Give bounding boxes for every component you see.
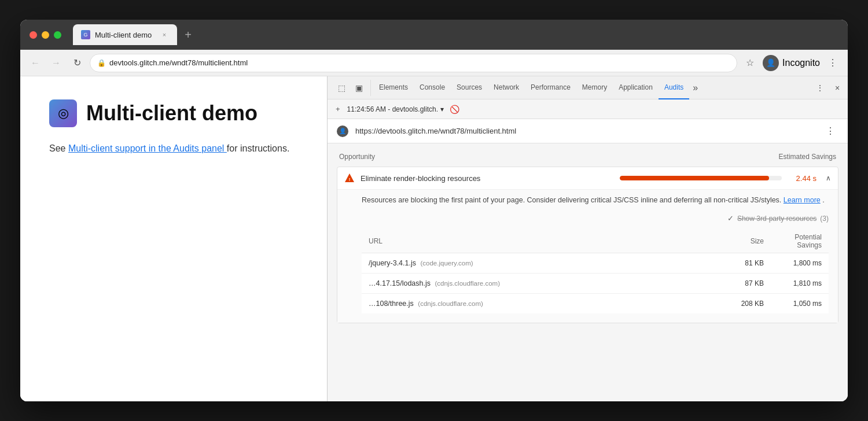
resources-table: URL Size PotentialSavings /jquery-3.4.1.… [362, 230, 829, 313]
tab-network[interactable]: Network [488, 76, 525, 99]
description-suffix: for instructions. [227, 143, 289, 153]
tab-application[interactable]: Application [613, 76, 659, 99]
incognito-icon: 👤 [763, 55, 779, 71]
table-row: …108/three.js (cdnjs.cloudflare.com) 208… [362, 294, 829, 313]
checkbox-icon: ✓ [727, 214, 734, 223]
url-text: devtools.glitch.me/wndt78/multiclient.ht… [109, 58, 248, 67]
resource-url-cell: …4.17.15/lodash.js (cdnjs.cloudflare.com… [369, 279, 718, 287]
address-right-controls: ☆ 👤 Incognito ⋮ [742, 55, 841, 71]
audits-url-bar: 👤 https://devtools.glitch.me/wndt78/mult… [328, 119, 848, 143]
new-tab-button[interactable]: + [179, 26, 197, 43]
traffic-lights [30, 31, 61, 39]
resource-url-main: …108/three.js [369, 300, 414, 308]
tab-title: Multi-client demo [95, 31, 152, 39]
tab-elements[interactable]: Elements [373, 76, 414, 99]
resource-url-main: …4.17.15/lodash.js [369, 279, 431, 287]
incognito-label: Incognito [782, 58, 820, 68]
resource-savings: 1,800 ms [764, 259, 822, 267]
tab-sources[interactable]: Sources [451, 76, 488, 99]
page-content: ◎ Multi-client demo See Multi-client sup… [20, 76, 327, 401]
url-column-header: URL [369, 237, 718, 245]
learn-more-link[interactable]: Learn more [784, 196, 821, 204]
address-bar: ← → ↻ 🔒 devtools.glitch.me/wndt78/multic… [20, 50, 848, 76]
tab-bar: G Multi-client demo × + [73, 24, 838, 45]
device-toggle-button[interactable]: ▣ [351, 80, 367, 96]
tab-console[interactable]: Console [414, 76, 451, 99]
maximize-traffic-light[interactable] [54, 31, 61, 39]
audit-item-content: Resources are blocking the first paint o… [337, 189, 838, 323]
forward-button[interactable]: → [48, 55, 64, 71]
table-row: /jquery-3.4.1.js (code.jquery.com) 81 KB… [362, 253, 829, 274]
resource-url-cell: …108/three.js (cdnjs.cloudflare.com) [369, 300, 718, 308]
opportunity-label: Opportunity [339, 153, 375, 161]
tab-memory[interactable]: Memory [576, 76, 613, 99]
show-3rd-party-label[interactable]: Show 3rd-party resources [737, 215, 816, 223]
resource-url-main: /jquery-3.4.1.js [369, 259, 416, 267]
tab-audits[interactable]: Audits [659, 76, 689, 99]
resource-size: 87 KB [718, 279, 764, 287]
resource-size: 208 KB [718, 300, 764, 308]
add-audit-button[interactable]: + [332, 102, 344, 116]
audits-more-button[interactable]: ⋮ [822, 123, 838, 139]
main-content: ◎ Multi-client demo See Multi-client sup… [20, 76, 848, 401]
resources-table-header: URL Size PotentialSavings [362, 230, 829, 253]
bookmark-button[interactable]: ☆ [742, 55, 758, 71]
audit-title: Eliminate render-blocking resources [361, 174, 614, 183]
devtools-more-button[interactable]: ⋮ [812, 80, 828, 96]
audits-panel-link[interactable]: Multi-client support in the Audits panel [68, 143, 227, 153]
lock-icon: 🔒 [97, 59, 106, 67]
browser-window: G Multi-client demo × + ← → ↻ 🔒 devtools… [20, 20, 848, 401]
table-row: …4.17.15/lodash.js (cdnjs.cloudflare.com… [362, 274, 829, 294]
audits-url-actions: ⋮ [822, 123, 838, 139]
devtools-close-button[interactable]: × [829, 80, 845, 96]
reload-button[interactable]: ↻ [69, 55, 85, 71]
size-column-header: Size [718, 237, 764, 245]
toolbar-dropdown[interactable]: ▾ [440, 105, 444, 113]
audit-chevron-icon: ∧ [826, 174, 831, 182]
page-logo: ◎ [49, 99, 77, 127]
audit-bar-container [620, 176, 782, 180]
tab-favicon: G [81, 30, 90, 39]
resource-url-domain: (cdnjs.cloudflare.com) [418, 300, 483, 307]
block-button[interactable]: 🚫 [447, 102, 461, 116]
page-description: See Multi-client support in the Audits p… [49, 141, 298, 156]
devtools-tab-actions: ⋮ × [812, 80, 845, 96]
title-bar: G Multi-client demo × + [20, 20, 848, 50]
audit-bar-fill [620, 176, 769, 180]
tab-overflow-button[interactable]: » [689, 76, 701, 99]
page-title: Multi-client demo [86, 101, 258, 125]
resource-size: 81 KB [718, 259, 764, 267]
resource-url-domain: (cdnjs.cloudflare.com) [435, 280, 500, 287]
tab-close-button[interactable]: × [160, 30, 169, 39]
url-bar[interactable]: 🔒 devtools.glitch.me/wndt78/multiclient.… [90, 54, 737, 72]
svg-text:!: ! [349, 177, 351, 182]
close-traffic-light[interactable] [30, 31, 37, 39]
show-3rd-party-toggle: ✓ Show 3rd-party resources (3) [362, 214, 829, 223]
toolbar-url-area: 11:24:56 AM - devtools.glitch. ▾ [347, 105, 444, 113]
browser-menu-button[interactable]: ⋮ [825, 55, 841, 71]
cursor-tool-button[interactable]: ⬚ [333, 80, 350, 96]
audits-url-text: https://devtools.glitch.me/wndt78/multic… [355, 127, 815, 135]
devtools-panel: ⬚ ▣ Elements Console Sources Network Per… [327, 76, 848, 401]
description-prefix: See [49, 143, 68, 153]
audits-results: Opportunity Estimated Savings ! Eliminat… [328, 143, 848, 401]
audit-item-header[interactable]: ! Eliminate render-blocking resources 2.… [337, 167, 838, 189]
opportunity-header: Opportunity Estimated Savings [337, 153, 838, 161]
audit-description: Resources are blocking the first paint o… [362, 194, 829, 206]
tab-performance[interactable]: Performance [525, 76, 576, 99]
page-header: ◎ Multi-client demo [49, 99, 298, 127]
devtools-toolbar: + 11:24:56 AM - devtools.glitch. ▾ 🚫 [328, 99, 848, 119]
minimize-traffic-light[interactable] [42, 31, 49, 39]
active-tab[interactable]: G Multi-client demo × [73, 24, 177, 45]
incognito-area: 👤 Incognito [763, 55, 820, 71]
toolbar-timestamp: 11:24:56 AM - devtools.glitch. [347, 105, 438, 113]
resource-savings: 1,050 ms [764, 300, 822, 308]
show-3rd-party-count: (3) [820, 215, 829, 223]
devtools-tabs: ⬚ ▣ Elements Console Sources Network Per… [328, 76, 848, 99]
back-button[interactable]: ← [27, 55, 43, 71]
resource-savings: 1,810 ms [764, 279, 822, 287]
audits-url-icon: 👤 [337, 125, 348, 137]
estimated-savings-label: Estimated Savings [779, 153, 836, 161]
resource-url-domain: (code.jquery.com) [420, 260, 473, 267]
audit-item-render-blocking: ! Eliminate render-blocking resources 2.… [337, 167, 838, 323]
